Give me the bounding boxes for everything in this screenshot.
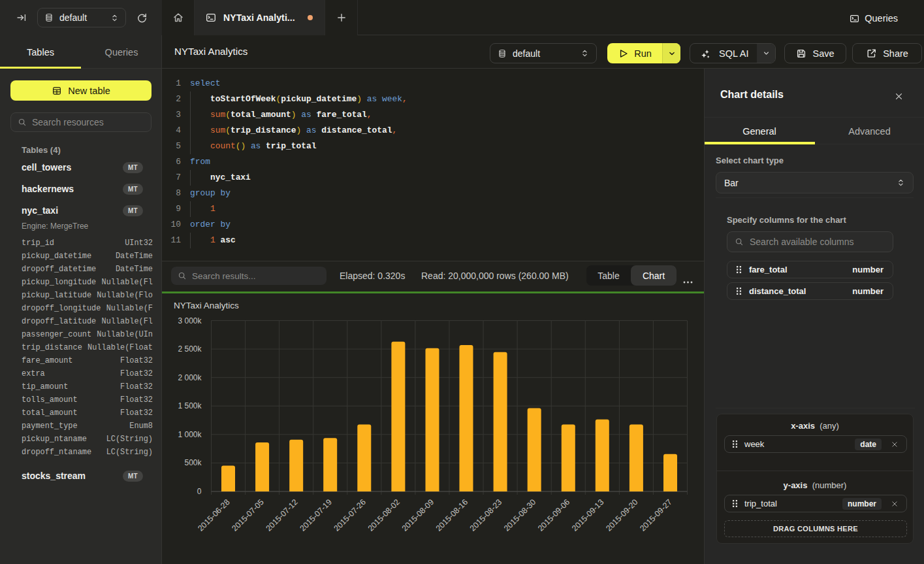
svg-text:2 000k: 2 000k: [178, 373, 202, 382]
svg-text:2015-07-12: 2015-07-12: [264, 497, 299, 533]
svg-text:2015-07-26: 2015-07-26: [332, 497, 368, 533]
svg-text:2015-09-27: 2015-09-27: [638, 497, 673, 533]
svg-text:0: 0: [197, 487, 202, 496]
svg-text:2015-07-19: 2015-07-19: [298, 497, 334, 533]
svg-text:2015-08-16: 2015-08-16: [434, 497, 470, 533]
svg-text:2015-08-09: 2015-08-09: [400, 497, 436, 533]
svg-text:2015-08-02: 2015-08-02: [366, 497, 402, 533]
svg-text:2015-08-23: 2015-08-23: [468, 497, 503, 533]
svg-text:2015-09-20: 2015-09-20: [604, 497, 639, 533]
svg-text:2015-07-05: 2015-07-05: [230, 497, 265, 533]
svg-text:2015-09-06: 2015-09-06: [536, 497, 571, 533]
svg-text:3 000k: 3 000k: [178, 316, 202, 325]
svg-text:2 500k: 2 500k: [178, 344, 202, 354]
svg-text:1 500k: 1 500k: [178, 401, 202, 410]
svg-text:2015-06-28: 2015-06-28: [196, 497, 231, 533]
svg-text:2015-08-30: 2015-08-30: [502, 497, 537, 533]
svg-text:2015-09-13: 2015-09-13: [570, 497, 605, 533]
svg-text:500k: 500k: [184, 458, 202, 467]
svg-text:1 000k: 1 000k: [178, 430, 202, 439]
